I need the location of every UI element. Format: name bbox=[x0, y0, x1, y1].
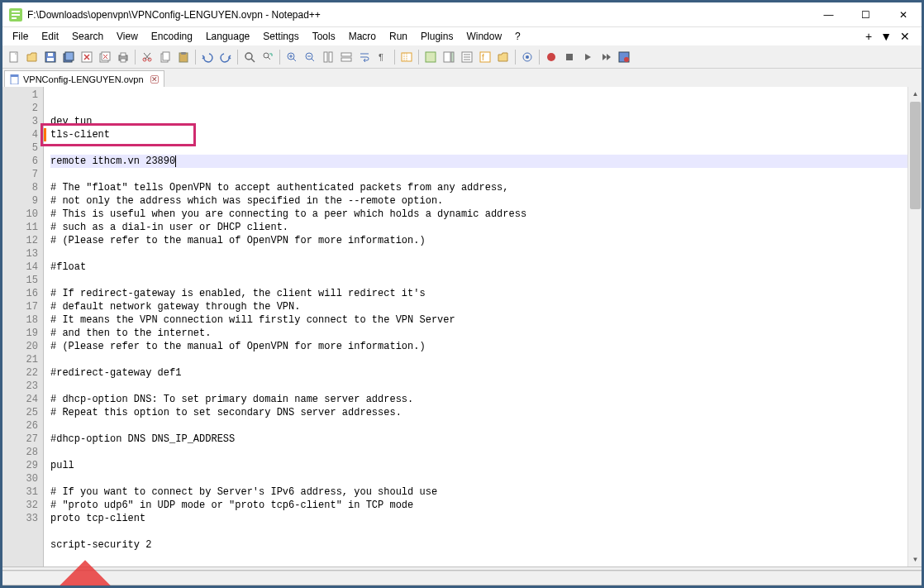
code-line[interactable]: # The "float" tells OpenVPN to accept au… bbox=[50, 181, 922, 194]
menu-file[interactable]: File bbox=[6, 29, 35, 44]
code-line[interactable]: # (Please refer to the manual of OpenVPN… bbox=[50, 340, 922, 353]
code-line[interactable] bbox=[50, 247, 922, 261]
print-icon[interactable] bbox=[115, 49, 131, 65]
scroll-down-icon[interactable]: ▼ bbox=[908, 552, 922, 566]
zoom-out-icon[interactable] bbox=[302, 49, 318, 65]
code-line[interactable]: # "proto udp6" in UDP mode or "proto tcp… bbox=[50, 499, 922, 512]
code-line[interactable] bbox=[50, 419, 922, 433]
menu-encoding[interactable]: Encoding bbox=[145, 29, 199, 44]
close-all-icon[interactable]: ✕ bbox=[900, 30, 910, 43]
code-line[interactable]: # This is useful when you are connecting… bbox=[50, 208, 922, 221]
scroll-up-icon[interactable]: ▲ bbox=[908, 87, 922, 101]
code-line[interactable]: dev tun bbox=[50, 115, 922, 128]
close-all-files-icon[interactable] bbox=[97, 49, 113, 65]
code-line[interactable] bbox=[50, 472, 922, 485]
doc-map-icon[interactable] bbox=[441, 49, 457, 65]
maximize-button[interactable]: ☐ bbox=[847, 2, 884, 27]
svg-text:f: f bbox=[482, 53, 484, 62]
tab-active[interactable]: VPNConfig-LENGUYEN.ovpn ✕ bbox=[4, 70, 164, 87]
doc-list-icon[interactable] bbox=[459, 49, 475, 65]
code-area[interactable]: dev tuntls-clientremote ithcm.vn 23890# … bbox=[44, 87, 922, 566]
folder-workspace-icon[interactable] bbox=[495, 49, 512, 65]
word-wrap-icon[interactable] bbox=[356, 49, 373, 65]
find-icon[interactable] bbox=[241, 49, 258, 65]
close-button[interactable]: ✕ bbox=[884, 2, 922, 27]
function-list-icon[interactable]: f bbox=[477, 49, 493, 65]
play-macro-icon[interactable] bbox=[579, 49, 596, 65]
svg-point-39 bbox=[526, 55, 529, 59]
code-line[interactable]: # default network gateway through the VP… bbox=[50, 300, 922, 313]
scroll-thumb[interactable] bbox=[910, 102, 921, 209]
indent-guide-icon[interactable] bbox=[398, 49, 415, 65]
zoom-in-icon[interactable] bbox=[283, 49, 300, 65]
code-line[interactable] bbox=[50, 525, 922, 538]
menu-window[interactable]: Window bbox=[460, 29, 508, 44]
menu-help[interactable]: ? bbox=[508, 29, 527, 44]
code-line[interactable]: pull bbox=[50, 459, 922, 472]
copy-icon[interactable] bbox=[157, 49, 174, 65]
save-icon[interactable] bbox=[42, 49, 59, 65]
minimize-button[interactable]: — bbox=[810, 2, 847, 27]
menu-macro[interactable]: Macro bbox=[342, 29, 383, 44]
menu-bar: File Edit Search View Encoding Language … bbox=[2, 27, 922, 45]
code-line[interactable]: # not only the address which was specifi… bbox=[50, 194, 922, 208]
code-line[interactable] bbox=[50, 446, 922, 459]
code-line[interactable]: remote ithcm.vn 23890 bbox=[50, 155, 922, 168]
play-multiple-icon[interactable] bbox=[598, 49, 614, 65]
svg-rect-45 bbox=[11, 74, 18, 77]
menu-tools[interactable]: Tools bbox=[306, 29, 342, 44]
code-line[interactable] bbox=[50, 274, 922, 287]
line-gutter: 1234567891011121314151617181920212223242… bbox=[2, 87, 44, 566]
stop-macro-icon[interactable] bbox=[561, 49, 578, 65]
code-line[interactable]: script-security 2 bbox=[50, 538, 922, 552]
cut-icon[interactable] bbox=[139, 49, 155, 65]
code-line[interactable]: # and then to the internet. bbox=[50, 327, 922, 340]
save-all-icon[interactable] bbox=[60, 49, 77, 65]
menu-language[interactable]: Language bbox=[199, 29, 256, 44]
code-line[interactable]: # dhcp-option DNS: To set primary domain… bbox=[50, 393, 922, 406]
vertical-scrollbar[interactable]: ▲ ▼ bbox=[907, 87, 922, 566]
menu-view[interactable]: View bbox=[110, 29, 145, 44]
document-icon bbox=[10, 74, 20, 84]
menu-search[interactable]: Search bbox=[65, 29, 110, 44]
close-file-icon[interactable] bbox=[79, 49, 95, 65]
add-tab-icon[interactable]: + bbox=[865, 30, 872, 43]
code-line[interactable]: tls-client bbox=[50, 128, 922, 141]
tab-close-icon[interactable]: ✕ bbox=[150, 75, 159, 84]
code-line[interactable]: #float bbox=[50, 261, 922, 274]
svg-rect-14 bbox=[121, 53, 126, 56]
sync-vertical-icon[interactable] bbox=[320, 49, 336, 65]
code-line[interactable]: # If redirect-gateway is enabled, the cl… bbox=[50, 287, 922, 300]
redo-icon[interactable] bbox=[217, 49, 234, 65]
new-file-icon[interactable] bbox=[6, 49, 22, 65]
menu-run[interactable]: Run bbox=[383, 29, 414, 44]
title-bar: F:\Downloads\openvpn\VPNConfig-LENGUYEN.… bbox=[2, 2, 922, 27]
sync-horizontal-icon[interactable] bbox=[338, 49, 355, 65]
code-line[interactable] bbox=[50, 380, 922, 393]
menu-plugins[interactable]: Plugins bbox=[414, 29, 460, 44]
monitoring-icon[interactable] bbox=[519, 49, 536, 65]
menu-edit[interactable]: Edit bbox=[35, 29, 65, 44]
open-file-icon[interactable] bbox=[24, 49, 40, 65]
menu-settings[interactable]: Settings bbox=[256, 29, 305, 44]
paste-icon[interactable] bbox=[175, 49, 192, 65]
show-all-chars-icon[interactable]: ¶ bbox=[374, 49, 391, 65]
undo-icon[interactable] bbox=[199, 49, 216, 65]
code-line[interactable]: # (Please refer to the manual of OpenVPN… bbox=[50, 234, 922, 247]
code-line[interactable]: # Repeat this option to set secondary DN… bbox=[50, 406, 922, 419]
code-line[interactable]: # such as a dial-in user or DHCP client. bbox=[50, 221, 922, 234]
code-line[interactable]: proto tcp-client bbox=[50, 512, 922, 525]
code-line[interactable] bbox=[50, 141, 922, 155]
code-line[interactable]: #dhcp-option DNS DNS_IP_ADDRESS bbox=[50, 433, 922, 446]
horizontal-scrollbar[interactable] bbox=[2, 571, 922, 585]
code-line[interactable]: # If you want to connect by Server's IPv… bbox=[50, 485, 922, 499]
code-line[interactable] bbox=[50, 168, 922, 181]
dropdown-icon[interactable]: ▼ bbox=[880, 30, 892, 43]
replace-icon[interactable] bbox=[260, 49, 276, 65]
code-line[interactable] bbox=[50, 353, 922, 366]
user-lang-icon[interactable] bbox=[422, 49, 439, 65]
code-line[interactable]: #redirect-gateway def1 bbox=[50, 366, 922, 380]
save-macro-icon[interactable] bbox=[616, 49, 632, 65]
code-line[interactable]: # It means the VPN connection will first… bbox=[50, 313, 922, 327]
record-macro-icon[interactable] bbox=[543, 49, 560, 65]
